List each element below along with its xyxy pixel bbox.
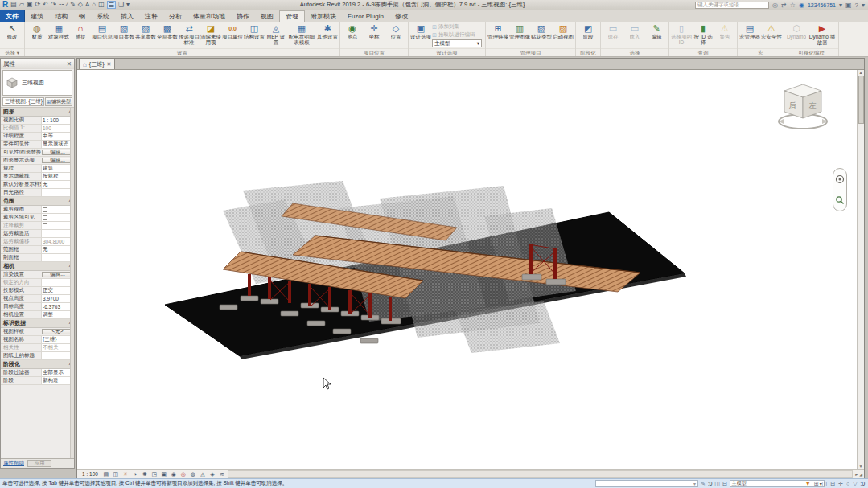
thin-lines-icon[interactable]: ☰	[107, 1, 116, 9]
ui-toggle-icon[interactable]: ▤	[10, 1, 17, 9]
instance-selector[interactable]: 三维视图: {三维} ▾	[2, 97, 44, 106]
view-scale-control[interactable]: 1 : 100	[80, 470, 101, 478]
ribbon-button-macro-security[interactable]: ⚠宏安全性	[761, 23, 782, 46]
scroll-up-icon[interactable]: ▲	[859, 70, 863, 75]
open-file-icon[interactable]: ▱	[19, 1, 24, 9]
section-header-标识数据[interactable]: 标识数据^	[1, 319, 74, 328]
active-workset-dropdown[interactable]: ▾	[595, 480, 698, 487]
ribbon-button-design-options[interactable]: ▣设计选项	[410, 23, 431, 46]
properties-header[interactable]: 属性 ✕	[1, 59, 74, 69]
view-tab-3d[interactable]: ⌂ {三维} ✕	[79, 59, 115, 69]
show-analytical-model-icon[interactable]: ◬	[199, 470, 207, 478]
tab-Fuzor Plugin[interactable]: Fuzor Plugin	[342, 10, 389, 22]
checkbox[interactable]	[43, 281, 47, 285]
editable-only-icon[interactable]: ◫	[822, 481, 828, 487]
close-icon[interactable]: ✕	[67, 60, 72, 68]
property-value-text[interactable]: 中等	[41, 133, 74, 140]
redo-icon[interactable]: ↷	[51, 1, 56, 9]
detail-level-icon[interactable]: ▤	[102, 470, 110, 478]
exclude-options-icon[interactable]: ⊞	[814, 481, 819, 487]
property-value-button[interactable]: <无>	[42, 329, 73, 334]
manage-links-icon[interactable]: ⊟	[722, 481, 727, 487]
section-header-相机[interactable]: 相机^	[1, 262, 74, 271]
revit-logo-icon[interactable]: R	[2, 1, 8, 9]
ribbon-button-global-parameters[interactable]: ▩全局参数	[157, 23, 178, 46]
ribbon-button-project-units[interactable]: 0.0项目单位	[222, 23, 243, 46]
property-value-checkbox[interactable]	[41, 206, 74, 213]
vertical-scrollbar[interactable]: ▲ ▼	[857, 70, 864, 469]
tab-结构[interactable]: 结构	[49, 10, 73, 22]
tab-建筑[interactable]: 建筑	[25, 10, 49, 22]
ribbon-button-project-parameters[interactable]: ▧项目参数	[113, 23, 134, 46]
underlay-select-icon[interactable]: ○	[846, 481, 849, 486]
highlight-displacement-sets-icon[interactable]: ◈	[208, 470, 216, 478]
reveal-hidden-elements-icon[interactable]: ◎	[179, 470, 187, 478]
property-value-text[interactable]	[41, 352, 74, 359]
ribbon-button-coordinates[interactable]: ✛坐标	[364, 23, 385, 46]
ribbon-button-position[interactable]: ◇位置	[385, 23, 406, 46]
ribbon-button-edit-selection[interactable]: ✎编辑	[646, 23, 667, 46]
aligned-dimension-icon[interactable]: ✎	[70, 1, 76, 9]
model-viewport[interactable]: 后 左	[77, 70, 857, 469]
property-value-checkbox[interactable]	[41, 189, 74, 196]
ribbon-button-snaps[interactable]: ∩捕捉	[70, 23, 91, 46]
sync-with-central-icon[interactable]: ⟳	[35, 1, 41, 9]
default-3d-view-icon[interactable]: ⌂	[92, 1, 96, 9]
property-value-checkbox[interactable]	[41, 222, 74, 229]
user-avatar-icon[interactable]: ◉	[799, 2, 804, 9]
ribbon-button-decal-types[interactable]: ▧贴花类型	[531, 23, 552, 46]
tab-体量和场地[interactable]: 体量和场地	[187, 10, 231, 22]
app-store-icon[interactable]: ▣	[845, 2, 852, 9]
property-value-button[interactable]: 编辑...	[42, 158, 73, 163]
property-value-text[interactable]: 正交	[41, 287, 74, 294]
crop-view-icon[interactable]: ◳	[150, 470, 158, 478]
scrollbar-right-controls[interactable]: ► ◢	[854, 472, 864, 477]
ribbon-button-project-information[interactable]: ▤项目信息	[92, 23, 113, 46]
property-value-checkbox[interactable]	[41, 254, 74, 261]
favorites-star-icon[interactable]: ☆	[790, 2, 796, 9]
property-value-text[interactable]: 建筑	[41, 165, 74, 172]
ribbon-button-materials[interactable]: ◍材质	[27, 23, 47, 46]
ribbon-button-pick-to-edit[interactable]: ⊞拾取以进行编辑	[432, 31, 483, 39]
ribbon-button-dynamo[interactable]: ⬡Dynamo	[786, 23, 807, 46]
signed-in-user[interactable]: 123456751	[808, 2, 836, 8]
section-header-范围[interactable]: 范围^	[1, 197, 74, 206]
property-value-text[interactable]: 显示原状态	[41, 141, 74, 148]
tab-协作[interactable]: 协作	[231, 10, 255, 22]
measure-icon[interactable]: ∕	[67, 1, 68, 9]
view-cube[interactable]: 后 左	[776, 76, 833, 139]
ribbon-button-panel-schedule-templates[interactable]: ▦配电盘明细表模板	[287, 23, 316, 46]
print-icon[interactable]: ☷	[59, 1, 64, 9]
ribbon-button-ids-of-selection[interactable]: ▯选择项的 ID	[671, 23, 692, 46]
property-value-checkbox[interactable]	[41, 279, 74, 286]
scroll-right-icon[interactable]: ►	[854, 472, 858, 477]
close-view-icon[interactable]: ✕	[107, 61, 112, 68]
ribbon-button-warnings[interactable]: ⚠警告	[714, 23, 735, 46]
property-value-text[interactable]: 无	[41, 246, 74, 253]
text-icon[interactable]: A	[85, 1, 89, 9]
ribbon-button-starting-view[interactable]: ▨启动视图	[553, 23, 574, 46]
section-icon[interactable]: ◫	[98, 1, 105, 9]
property-value-text[interactable]: 3.9700	[41, 295, 74, 302]
property-value-checkbox[interactable]	[41, 230, 74, 237]
search-icon[interactable]: ◎	[772, 2, 778, 9]
ribbon-button-additional-settings[interactable]: ✱其他设置	[317, 23, 338, 46]
help-icon[interactable]: ?	[855, 2, 858, 9]
zoom-icon[interactable]	[835, 195, 845, 205]
ribbon-button-mep-settings[interactable]: ◬MEP 设置	[265, 23, 286, 46]
property-value-text[interactable]: 无	[41, 181, 74, 188]
worksets-icon[interactable]: ◫	[714, 481, 720, 487]
pin-select-icon[interactable]: ✛	[838, 481, 843, 487]
shadows-icon[interactable]: ◑	[131, 470, 139, 478]
checkbox[interactable]	[43, 191, 47, 195]
show-crop-region-icon[interactable]: ▣	[160, 470, 168, 478]
property-value-text[interactable]: 全部显示	[41, 369, 74, 376]
worksharing-filter-icon[interactable]: ▼	[805, 481, 811, 486]
help-dropdown-icon[interactable]: ▾	[862, 2, 865, 9]
properties-help-link[interactable]: 属性帮助	[3, 460, 24, 467]
property-value-text[interactable]: 调整	[41, 311, 74, 318]
properties-scrollbar[interactable]	[70, 108, 74, 458]
sun-path-icon[interactable]: ☀	[121, 470, 130, 478]
temporary-view-properties-icon[interactable]: ◍	[189, 470, 197, 478]
ribbon-button-modify-cursor[interactable]: ↖修改	[2, 23, 23, 46]
